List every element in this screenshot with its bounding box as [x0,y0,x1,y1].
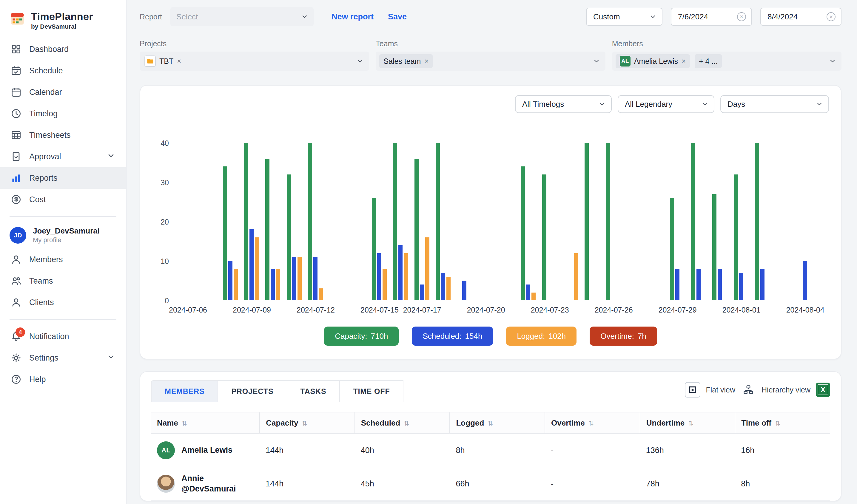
sidebar-nav-people: Members Teams Clients [0,249,126,313]
sidebar-item-label: Cost [29,195,46,204]
date-start-input[interactable]: 7/6/2024 × [671,8,752,25]
y-axis-label: 20 [161,218,169,226]
save-report-link[interactable]: Save [388,12,407,21]
logged-bar [298,257,302,300]
sidebar-item-settings[interactable]: Settings [0,347,126,369]
tab-timeoff[interactable]: TIME OFF [340,380,403,402]
sort-icon[interactable]: ⇅ [182,420,187,427]
avatar-photo [157,475,175,493]
profile-name: Joey_DevSamurai [33,226,100,236]
sidebar-item-cost[interactable]: Cost [0,189,126,210]
chevron-down-icon [107,152,115,162]
projects-select[interactable]: TBT × [140,52,369,71]
sidebar-item-timesheets[interactable]: Timesheets [0,124,126,146]
tab-projects[interactable]: PROJECTS [218,380,287,402]
date-range-preset-select[interactable]: Custom [586,8,662,25]
capacity-bar [585,143,589,300]
tab-members[interactable]: MEMBERS [151,380,218,402]
column-header-timeoff[interactable]: Time off⇅ [735,412,830,434]
sidebar-item-notification[interactable]: 4 Notification [0,326,126,347]
sidebar-item-teams[interactable]: Teams [0,270,126,292]
remove-chip-icon[interactable]: × [424,57,428,65]
logged-bar [404,253,408,300]
sidebar-item-label: Members [29,255,63,264]
granularity-select[interactable]: Days [720,95,829,113]
capacity-bar [691,143,695,300]
report-select[interactable]: Select [170,7,314,26]
sort-icon[interactable]: ⇅ [302,420,307,427]
column-header-logged[interactable]: Logged⇅ [450,412,545,434]
column-header-scheduled[interactable]: Scheduled⇅ [355,412,450,434]
capacity-bar [606,143,610,300]
chevron-down-icon [107,353,115,363]
capacity-bar [542,174,547,300]
logged-value: 66h [450,467,545,500]
clear-date-icon[interactable]: × [827,12,836,21]
scheduled-bar [696,269,701,300]
sort-icon[interactable]: ⇅ [688,420,693,427]
new-report-link[interactable]: New report [332,12,374,21]
scheduled-bar [377,253,381,300]
capacity-value: 144h [259,467,355,500]
legend-overtime-button[interactable]: Overtime: 7h [590,327,657,346]
column-header-undertime[interactable]: Undertime⇅ [640,412,735,434]
legend-capacity-button[interactable]: Capacity: 710h [324,327,399,346]
member-chip[interactable]: AL Amelia Lewis × [616,54,690,68]
sidebar-item-label: Help [29,375,46,384]
column-header-overtime[interactable]: Overtime⇅ [545,412,640,434]
sidebar-item-dashboard[interactable]: Dashboard [0,38,126,60]
sort-icon[interactable]: ⇅ [488,420,493,427]
sidebar-item-calendar[interactable]: Calendar [0,82,126,103]
chart-y-axis: 010203040 [149,143,174,300]
legend-filter-select[interactable]: All Legendary [618,95,715,113]
project-chip[interactable]: TBT × [143,54,182,68]
cost-icon [11,194,21,205]
app-root: TimePlanner by DevSamurai Dashboard Sche… [0,0,857,504]
chevron-down-icon [357,57,364,65]
chart-plot-area [179,143,817,300]
remove-chip-icon[interactable]: × [682,57,686,65]
sidebar-item-members[interactable]: Members [0,249,126,270]
remove-chip-icon[interactable]: × [177,57,181,65]
hierarchy-view-icon[interactable] [741,382,756,398]
table-header-row: Name⇅ Capacity⇅ Scheduled⇅ Logged⇅ Overt… [151,412,830,434]
capacity-bar [287,174,291,300]
more-members-chip[interactable]: + 4 ... [695,54,722,68]
date-end-input[interactable]: 8/4/2024 × [760,8,841,25]
sidebar-item-timelog[interactable]: Timelog [0,103,126,124]
sort-icon[interactable]: ⇅ [404,420,409,427]
teams-select[interactable]: Sales team × [376,52,605,71]
tab-tasks[interactable]: TASKS [287,380,340,402]
table-row: AL Amelia Lewis 144h 40h 8h - 136h 16h [151,434,830,467]
members-table: Name⇅ Capacity⇅ Scheduled⇅ Logged⇅ Overt… [151,412,830,501]
sidebar-item-schedule[interactable]: Schedule [0,60,126,82]
team-chip[interactable]: Sales team × [379,54,433,68]
capacity-bar [223,167,227,300]
chart-card: All Timelogs All Legendary Days 01020304… [140,85,841,359]
x-axis-label: 2024-07-06 [169,306,207,314]
app-logo-icon [10,11,25,29]
legend-scheduled-button[interactable]: Scheduled: 154h [412,327,493,346]
members-table-card: MEMBERS PROJECTS TASKS TIME OFF Flat vie… [140,371,841,501]
sort-icon[interactable]: ⇅ [588,420,594,427]
column-header-capacity[interactable]: Capacity⇅ [259,412,355,434]
sidebar-nav-main: Dashboard Schedule Calendar Timelog Time… [0,38,126,210]
y-axis-label: 0 [165,296,169,305]
sidebar-item-label: Notification [29,332,69,341]
sidebar-item-clients[interactable]: Clients [0,292,126,313]
legend-logged-button[interactable]: Logged: 102h [506,327,576,346]
app-logo[interactable]: TimePlanner by DevSamurai [0,7,126,38]
sidebar-item-reports[interactable]: Reports [0,167,126,189]
sort-icon[interactable]: ⇅ [775,420,780,427]
timelog-filter-select[interactable]: All Timelogs [515,95,612,113]
sidebar-item-approval[interactable]: Approval [0,146,126,167]
members-select[interactable]: AL Amelia Lewis × + 4 ... [612,52,841,71]
flat-view-icon[interactable] [685,382,700,398]
column-header-name[interactable]: Name⇅ [151,412,259,434]
x-axis-label: 2024-07-09 [233,306,271,314]
sidebar-item-help[interactable]: Help [0,369,126,390]
clear-date-icon[interactable]: × [737,12,746,21]
profile[interactable]: JD Joey_DevSamurai My profile [0,223,126,249]
excel-export-icon[interactable]: X [816,383,830,397]
logged-value: 8h [450,434,545,467]
